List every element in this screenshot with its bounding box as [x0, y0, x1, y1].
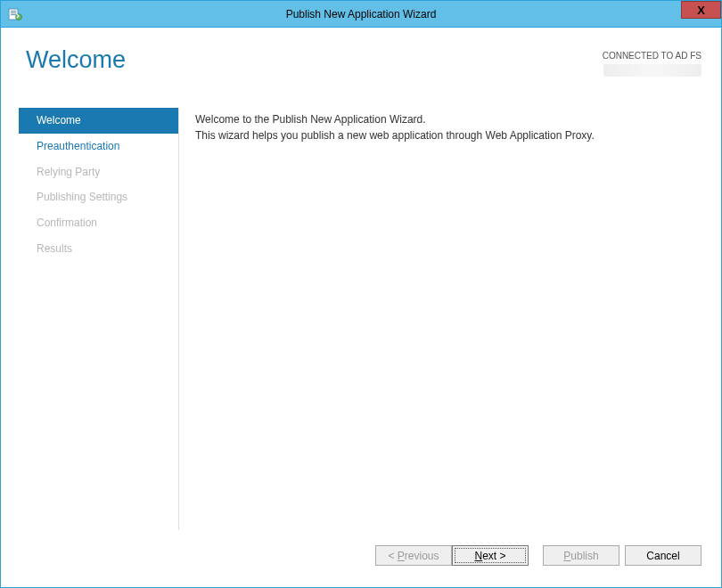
- step-relying-party: Relying Party: [19, 159, 178, 185]
- close-button[interactable]: X: [681, 1, 721, 19]
- step-confirmation: Confirmation: [19, 210, 178, 236]
- next-button[interactable]: Next >: [452, 545, 529, 566]
- close-icon: X: [697, 4, 705, 17]
- nav-buttons: < Previous Next >: [375, 545, 529, 566]
- previous-button: < Previous: [375, 545, 452, 566]
- svg-rect-3: [11, 14, 16, 15]
- svg-point-4: [16, 13, 22, 20]
- app-icon: [8, 7, 22, 21]
- steps-sidebar: Welcome Preauthentication Relying Party …: [19, 108, 179, 530]
- step-results: Results: [19, 236, 178, 262]
- svg-rect-1: [11, 11, 16, 12]
- connection-label: CONNECTED TO AD FS: [603, 51, 701, 61]
- step-welcome[interactable]: Welcome: [19, 108, 178, 134]
- step-preauthentication[interactable]: Preauthentication: [19, 134, 178, 159]
- step-publishing-settings: Publishing Settings: [19, 184, 178, 210]
- window-title: Publish New Application Wizard: [1, 8, 721, 20]
- header-row: Welcome CONNECTED TO AD FS: [26, 47, 701, 77]
- connection-status: CONNECTED TO AD FS: [603, 51, 701, 77]
- body-wrap: Welcome Preauthentication Relying Party …: [19, 108, 701, 530]
- welcome-line-2: This wizard helps you publish a new web …: [195, 127, 694, 143]
- publish-button: Publish: [543, 545, 619, 566]
- svg-rect-2: [11, 12, 16, 13]
- welcome-line-1: Welcome to the Publish New Application W…: [195, 111, 694, 127]
- window-chrome: Welcome CONNECTED TO AD FS Welcome Preau…: [8, 28, 714, 580]
- content-area: Welcome CONNECTED TO AD FS Welcome Preau…: [8, 28, 714, 580]
- main-pane: Welcome to the Publish New Application W…: [179, 108, 701, 530]
- page-title: Welcome: [26, 47, 126, 74]
- button-bar: < Previous Next > Publish Cancel: [375, 545, 701, 566]
- cancel-button[interactable]: Cancel: [625, 545, 701, 566]
- wizard-window: Publish New Application Wizard X Welcome…: [0, 0, 722, 588]
- connection-server-placeholder: [603, 64, 701, 77]
- titlebar: Publish New Application Wizard X: [1, 1, 721, 28]
